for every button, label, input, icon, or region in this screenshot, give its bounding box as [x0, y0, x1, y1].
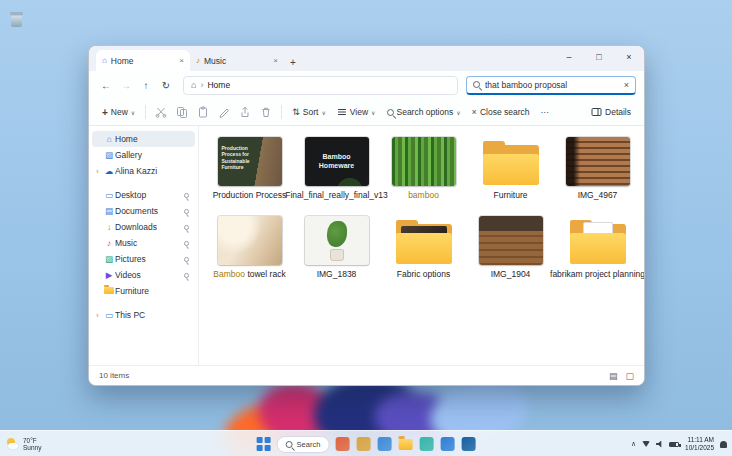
- sort-button[interactable]: ⇅ Sort ∨: [287, 102, 331, 122]
- forward-button[interactable]: →: [117, 76, 135, 94]
- taskbar-search[interactable]: Search: [277, 436, 330, 453]
- view-button[interactable]: View ∨: [332, 102, 381, 122]
- back-button[interactable]: ←: [97, 76, 115, 94]
- sidebar-item-videos[interactable]: ▶Videos: [92, 267, 195, 283]
- chevron-right-icon[interactable]: ›: [96, 311, 103, 320]
- music-note-icon: ♪: [196, 56, 200, 65]
- tab-music[interactable]: ♪ Music ×: [190, 50, 284, 71]
- start-button[interactable]: [257, 437, 271, 451]
- wifi-icon[interactable]: [642, 441, 650, 447]
- store-icon[interactable]: [440, 437, 454, 451]
- new-tab-button[interactable]: +: [284, 57, 302, 71]
- sidebar-item-desktop[interactable]: ▭Desktop: [92, 187, 195, 203]
- share-button[interactable]: [235, 102, 255, 122]
- start-logo-pane: [264, 437, 270, 443]
- file-explorer-icon[interactable]: [398, 439, 412, 450]
- sidebar-item-music[interactable]: ♪Music: [92, 235, 195, 251]
- file-furniture[interactable]: Furniture: [468, 135, 553, 200]
- details-view-icon[interactable]: ▤: [609, 371, 618, 381]
- music-icon: ♪: [103, 238, 115, 248]
- sidebar-item-downloads[interactable]: ↓Downloads: [92, 219, 195, 235]
- file-img-1838[interactable]: IMG_1838: [294, 214, 379, 279]
- file-final-final-really-final-v13[interactable]: Bamboo HomewareFinal_final_really_final_…: [294, 135, 379, 200]
- refresh-button[interactable]: ↻: [157, 76, 175, 94]
- sidebar-item-home[interactable]: ⌂Home: [92, 131, 195, 147]
- search-input[interactable]: that bamboo proposal ×: [466, 76, 636, 95]
- delete-icon: [260, 106, 272, 118]
- paste-icon: [197, 106, 209, 118]
- file-production-process[interactable]: Production Process for Sustainable Furni…: [207, 135, 292, 200]
- battery-icon[interactable]: [669, 442, 679, 447]
- widgets-icon[interactable]: [356, 437, 370, 451]
- volume-icon[interactable]: [656, 441, 663, 448]
- sidebar-item-alina-kazzi[interactable]: ›☁Alina Kazzi: [92, 163, 195, 179]
- search-options-button[interactable]: Search options ∨: [382, 102, 466, 122]
- file-thumbnail: Bamboo Homeware: [305, 137, 369, 186]
- file-img-4967[interactable]: IMG_4967: [555, 135, 640, 200]
- new-button[interactable]: + New ∨: [97, 102, 140, 122]
- large-thumbnails-view-icon[interactable]: ▢: [625, 371, 634, 381]
- close-button[interactable]: ×: [614, 46, 644, 68]
- pin-icon: [184, 241, 189, 246]
- chevron-down-icon: ∨: [371, 109, 375, 116]
- cut-button[interactable]: [151, 102, 171, 122]
- notifications-icon[interactable]: [720, 441, 727, 448]
- widgets-button[interactable]: 70°F Sunny: [6, 431, 41, 456]
- clock[interactable]: 11:11 AM 10/1/2025: [685, 436, 714, 452]
- maximize-button[interactable]: □: [584, 46, 614, 68]
- edge-icon[interactable]: [419, 437, 433, 451]
- file-bamboo-towel-rack[interactable]: Bamboo towel rack: [207, 214, 292, 279]
- file-name: Final_final_really_final_v13: [285, 190, 388, 200]
- sidebar-item-furniture[interactable]: Furniture: [92, 283, 195, 299]
- see-more-button[interactable]: ···: [535, 102, 554, 122]
- clock-time: 11:11 AM: [685, 436, 714, 444]
- desktop: { "colors": { "accent": "#0067c0", "matc…: [0, 0, 732, 456]
- hidden-icons-chevron[interactable]: ∧: [631, 440, 636, 448]
- tab-home[interactable]: ⌂ Home ×: [96, 50, 190, 71]
- tab-close-icon[interactable]: ×: [179, 56, 184, 65]
- pin-icon: [184, 193, 189, 198]
- details-button[interactable]: Details: [586, 102, 636, 122]
- recycle-bin-icon[interactable]: [10, 12, 23, 27]
- toolbar-divider: [145, 105, 146, 119]
- file-name-text: fabrikam project planning: [550, 269, 644, 279]
- sidebar-item-pictures[interactable]: ▨Pictures: [92, 251, 195, 267]
- rename-button[interactable]: [214, 102, 234, 122]
- share-icon: [239, 106, 251, 118]
- chevron-down-icon: ∨: [456, 109, 460, 116]
- clear-search-icon[interactable]: ×: [624, 80, 629, 90]
- thumbnail-text: Bamboo Homeware: [317, 153, 357, 170]
- copy-icon: [176, 106, 188, 118]
- sort-button-label: Sort: [303, 107, 319, 117]
- copy-button[interactable]: [172, 102, 192, 122]
- sidebar-item-documents[interactable]: ▤Documents: [92, 203, 195, 219]
- copilot-icon[interactable]: [335, 437, 349, 451]
- minimize-button[interactable]: –: [554, 46, 584, 68]
- items-count: 10 items: [99, 371, 129, 380]
- address-bar[interactable]: ⌂ › Home: [183, 76, 458, 95]
- close-search-button[interactable]: × Close search: [467, 102, 535, 122]
- folder-front: [570, 233, 626, 264]
- folder-icon: [103, 286, 115, 296]
- tab-close-icon[interactable]: ×: [273, 56, 278, 65]
- outlook-icon[interactable]: [461, 437, 475, 451]
- paste-button[interactable]: [193, 102, 213, 122]
- task-view-icon[interactable]: [377, 437, 391, 451]
- breadcrumb[interactable]: Home: [207, 80, 230, 90]
- file-fabrikam-project-planning[interactable]: fabrikam project planning: [555, 214, 640, 279]
- file-fabric-options[interactable]: Fabric options: [381, 214, 466, 279]
- search-match-text: Bamboo: [213, 269, 245, 279]
- sidebar-item-gallery[interactable]: ▨Gallery: [92, 147, 195, 163]
- file-img-1904[interactable]: IMG_1904: [468, 214, 553, 279]
- file-name: IMG_1904: [491, 269, 531, 279]
- chevron-right-icon[interactable]: ›: [96, 167, 103, 176]
- sidebar-item-this-pc[interactable]: ›▭This PC: [92, 307, 195, 323]
- file-name-text: IMG_1904: [491, 269, 531, 279]
- file-bamboo[interactable]: bamboo: [381, 135, 466, 200]
- file-thumbnail: [392, 137, 456, 186]
- sidebar-item-label: Alina Kazzi: [115, 166, 191, 176]
- up-button[interactable]: ↑: [137, 76, 155, 94]
- delete-button[interactable]: [256, 102, 276, 122]
- sidebar-item-label: Downloads: [115, 222, 184, 232]
- taskbar: 70°F Sunny Search ∧ 11:11 AM 10/1/2025: [0, 430, 732, 456]
